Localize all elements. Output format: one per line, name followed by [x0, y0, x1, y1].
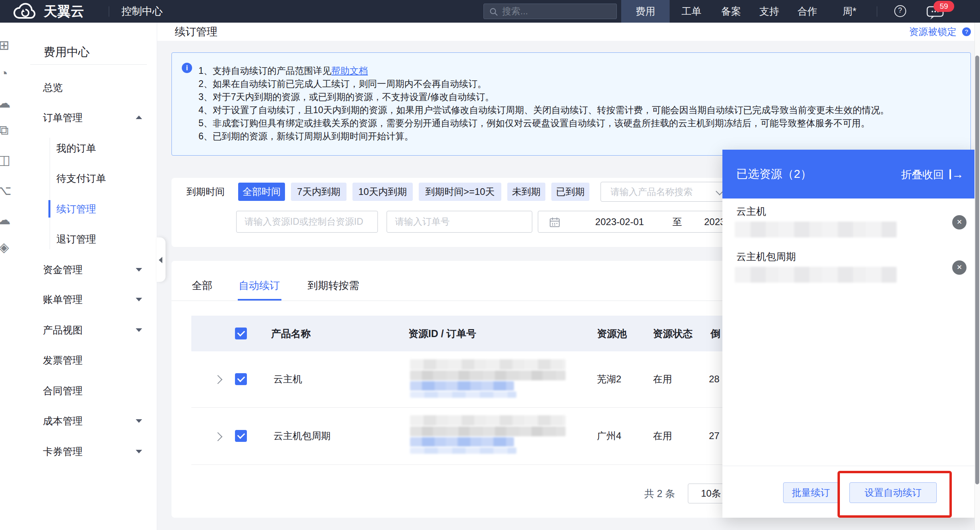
sidebar-item-unsubscribe-mgmt[interactable]: 退订管理 [56, 231, 96, 247]
chevron-up-icon [136, 116, 142, 119]
cloud-logo-icon [11, 3, 40, 20]
sidebar-item-unpaid-orders[interactable]: 待支付订单 [56, 170, 106, 186]
redacted-order-link [410, 391, 516, 398]
batch-renew-button[interactable]: 批量续订 [783, 482, 839, 503]
redacted-order-link [410, 381, 514, 391]
info-icon [182, 63, 192, 73]
help-icon[interactable] [894, 5, 906, 17]
col-countdown: 倒 [710, 316, 720, 351]
cell-product: 云主机包周期 [273, 428, 331, 444]
brand-name: 天翼云 [44, 0, 84, 23]
question-circle-icon[interactable] [962, 27, 971, 36]
cell-product: 云主机 [273, 371, 302, 387]
notice-line-3: 3、对于7天内到期的资源，或已到期的资源，不支持设置/修改自动续订。 [198, 91, 494, 104]
submenu-guide-line [50, 138, 50, 249]
arrow-right-icon: → [952, 150, 964, 199]
tab-all[interactable]: 全部 [192, 277, 212, 294]
sidebar-item-product-view[interactable]: 产品视图 [43, 322, 83, 338]
col-product-name: 产品名称 [271, 316, 311, 351]
help-doc-link[interactable]: 帮助文档 [331, 66, 368, 76]
panel-title: 已选资源（2） [736, 150, 812, 199]
chevron-down-icon [136, 419, 142, 423]
cell-status: 在用 [653, 428, 672, 444]
meter-icon[interactable]: ◔ [0, 65, 13, 82]
selected-item-name: 云主机包周期 [736, 250, 796, 263]
nav-item-icp[interactable]: 备案 [711, 0, 751, 23]
sidebar-item-my-orders[interactable]: 我的订单 [56, 140, 96, 156]
sidebar-item-bill-mgmt[interactable]: 账单管理 [43, 291, 83, 307]
page-header-strip [157, 23, 980, 41]
panel-collapse-button[interactable]: 折叠收回→ [901, 150, 964, 199]
red-highlight-annotation [838, 471, 952, 518]
nav-item-billing[interactable]: 费用 [621, 0, 670, 23]
sidebar-collapse-handle[interactable] [157, 237, 166, 282]
filter-chip-gte10days[interactable]: 到期时间>=10天 [419, 183, 501, 201]
expiry-time-label: 到期时间 [187, 183, 225, 201]
tab-expire-to-ondemand[interactable]: 到期转按需 [308, 277, 359, 294]
row-checkbox[interactable] [235, 430, 247, 442]
date-start-value: 2023-02-01 [580, 211, 659, 232]
sidebar-item-renewal-mgmt[interactable]: 续订管理 [56, 201, 96, 217]
sidebar-divider [30, 64, 147, 65]
sidebar-item-invoice-mgmt[interactable]: 发票管理 [43, 352, 83, 368]
dashboard-grid-icon[interactable]: ⊞ [0, 37, 13, 54]
col-resource-status: 资源状态 [653, 316, 693, 351]
filter-chip-7days[interactable]: 7天内到期 [291, 183, 347, 201]
shield-icon[interactable]: ◈ [0, 239, 13, 256]
col-resource-id: 资源ID / 订单号 [408, 316, 476, 351]
navbar-divider [109, 6, 109, 17]
resource-id-input[interactable] [236, 211, 378, 233]
redacted-resource-id [410, 359, 566, 370]
redacted-resource-id [410, 370, 566, 380]
selected-resources-panel: 已选资源（2） 折叠收回→ 云主机 云主机包周期 批量续订 设置自动续订 [722, 150, 975, 518]
active-item-indicator [48, 200, 50, 218]
filter-chip-10days[interactable]: 10天内到期 [352, 183, 413, 201]
chevron-down-icon [136, 328, 142, 332]
cell-countdown: 27 [709, 428, 720, 444]
active-tab-underline [238, 299, 281, 301]
workflow-icon[interactable]: ⧉ [0, 121, 13, 139]
date-range-picker[interactable]: 2023-02-01 至 2023 [538, 211, 735, 233]
nav-item-user[interactable]: 周* [830, 0, 869, 23]
nav-item-support[interactable]: 支持 [749, 0, 789, 23]
console-label[interactable]: 控制中心 [121, 0, 163, 23]
notice-line-1: 1、支持自动续订的产品范围详见帮助文档 [198, 64, 368, 77]
sidebar [19, 23, 157, 530]
cloud-server-icon[interactable]: ☁ [0, 94, 13, 112]
filter-chip-not-expired[interactable]: 未到期 [507, 183, 545, 201]
panel-footer-divider [722, 466, 975, 466]
chevron-down-icon [136, 450, 142, 453]
col-resource-pool: 资源池 [597, 316, 627, 351]
sidebar-item-overview[interactable]: 总览 [43, 79, 63, 95]
scrollbar-thumb[interactable] [975, 56, 979, 484]
remove-selected-icon[interactable] [952, 260, 967, 275]
collapse-bar-icon [949, 169, 951, 179]
order-number-input[interactable] [387, 211, 532, 233]
sidebar-item-contract-mgmt[interactable]: 合同管理 [43, 383, 83, 399]
cloud-transfer-icon[interactable]: ☁ [0, 211, 13, 229]
row-checkbox[interactable] [235, 373, 247, 385]
sidebar-item-cost-mgmt[interactable]: 成本管理 [43, 413, 83, 429]
redacted-resource-id [410, 415, 566, 426]
tab-auto-renew[interactable]: 自动续订 [239, 277, 280, 294]
global-search-input[interactable] [483, 4, 617, 19]
notice-line-6: 6、已到期的资源，新续订周期从到期时间开始计算。 [198, 130, 414, 143]
collapse-left-icon [159, 257, 162, 263]
sidebar-item-order-mgmt[interactable]: 订单管理 [43, 110, 83, 125]
product-name-select[interactable]: 请输入产品名称搜索 [601, 182, 735, 202]
notice-line-4: 4、对于设置了自动续订，且10天内到期的资源，如果用户尝试修改自动续订周期、关闭… [198, 104, 889, 117]
filter-chip-all-time[interactable]: 全部时间 [238, 183, 285, 201]
locked-resources-link[interactable]: 资源被锁定 [909, 23, 957, 41]
terminal-icon[interactable]: ⌥ [0, 182, 13, 199]
sidebar-item-funds-mgmt[interactable]: 资金管理 [43, 262, 83, 278]
storage-icon[interactable]: ◫ [0, 151, 13, 169]
filter-chip-expired[interactable]: 已到期 [551, 183, 589, 201]
collapse-label: 折叠收回 [901, 169, 944, 181]
sidebar-item-coupon-mgmt[interactable]: 卡券管理 [43, 443, 83, 459]
nav-item-tickets[interactable]: 工单 [672, 0, 711, 23]
page-size-value: 10条 [701, 484, 721, 503]
calendar-icon [549, 217, 560, 227]
nav-item-partner[interactable]: 合作 [787, 0, 827, 23]
remove-selected-icon[interactable] [952, 215, 967, 229]
select-all-checkbox[interactable] [235, 328, 247, 339]
